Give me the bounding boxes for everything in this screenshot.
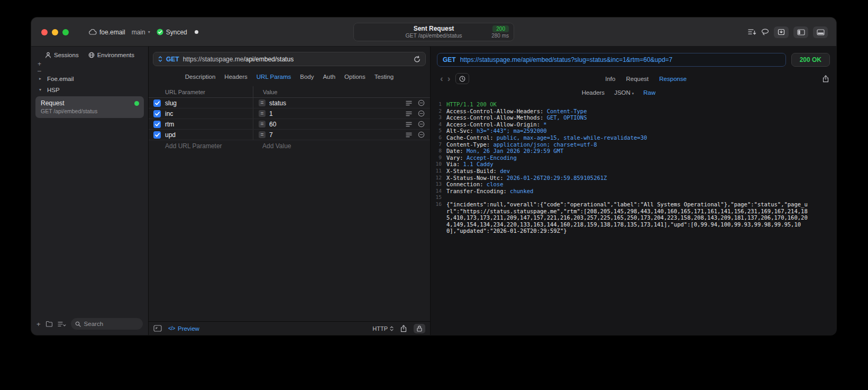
remove-param-icon[interactable] [418, 131, 425, 138]
lasso-icon[interactable] [761, 29, 769, 35]
remove-param-icon[interactable] [418, 110, 425, 117]
sent-request-subtitle: GET /api/embed/status [405, 32, 462, 39]
param-rows: slug=statusinc=1rtm=60upd=7 [149, 98, 430, 140]
response-subtab-headers[interactable]: Headers [582, 89, 605, 96]
response-subtabs: HeadersJSON▾Raw [431, 89, 836, 96]
remove-param-icon[interactable] [418, 99, 425, 106]
expand-editor-icon[interactable] [153, 325, 162, 332]
add-icon[interactable]: + [38, 61, 41, 67]
add-request-icon[interactable]: + [36, 320, 41, 328]
import-icon[interactable] [774, 26, 789, 38]
branch-selector[interactable]: main ▾ [132, 29, 150, 36]
preview-button[interactable]: </> Preview [168, 325, 199, 332]
url-params-table: URL Parameter Value slug=statusinc=1rtm=… [149, 86, 430, 152]
toggle-bottom-panel-icon[interactable] [813, 26, 828, 38]
status-dot [195, 30, 198, 34]
param-row: slug=status [149, 98, 430, 108]
request-tab-auth[interactable]: Auth [323, 74, 335, 80]
tab-sessions-label: Sessions [54, 52, 79, 58]
request-tab-testing[interactable]: Testing [374, 74, 394, 80]
response-subtab-json[interactable]: JSON▾ [614, 89, 634, 96]
request-tab-url-params[interactable]: URL Params [257, 74, 291, 80]
project-menu[interactable]: foe.email [88, 29, 125, 36]
sidebar: Sessions Environments + – ▸ [31, 47, 149, 335]
param-checkbox[interactable] [153, 99, 161, 107]
history-icon[interactable] [455, 73, 469, 84]
toggle-sidebar-icon[interactable] [793, 26, 808, 38]
remove-param-icon[interactable] [418, 121, 425, 128]
request-summary-pill[interactable]: Sent Request GET /api/embed/status 200 2… [353, 23, 514, 41]
request-editor-footer: </> Preview HTTP [149, 321, 430, 335]
param-name[interactable]: rtm [165, 121, 253, 128]
param-checkbox[interactable] [153, 121, 161, 128]
response-tab-response[interactable]: Response [659, 76, 687, 82]
request-tab-body[interactable]: Body [300, 74, 314, 80]
tree-item-request[interactable]: Request GET /api/embed/status [35, 96, 144, 118]
sort-list-icon[interactable] [58, 321, 66, 327]
response-line: 6Cache-Control: public, max-age=15, stal… [431, 134, 836, 141]
sort-icon[interactable] [748, 29, 756, 35]
param-row: rtm=60 [149, 119, 430, 130]
request-tab-headers[interactable]: Headers [224, 74, 247, 80]
request-url-bar[interactable]: GET https://statuspage.me/api/embed/stat… [153, 52, 426, 66]
collapse-all-icon[interactable]: – [38, 68, 41, 74]
sync-label: Synced [166, 29, 187, 36]
request-tab-options[interactable]: Options [344, 74, 366, 80]
sync-status[interactable]: Synced [157, 29, 187, 36]
response-tab-request[interactable]: Request [626, 76, 648, 82]
lock-icon[interactable] [414, 324, 425, 333]
request-item-subtitle: GET /api/embed/status [41, 108, 139, 114]
forward-icon[interactable]: › [445, 74, 453, 84]
response-url[interactable]: GET https://statuspage.me/api/embed/stat… [437, 53, 786, 67]
add-value-field[interactable]: Add Value [253, 142, 291, 150]
method-label[interactable]: GET [166, 56, 179, 63]
cloud-icon [88, 29, 97, 35]
tab-environments-label: Environments [97, 52, 134, 58]
tab-environments[interactable]: Environments [88, 52, 134, 58]
response-subtab-raw[interactable]: Raw [643, 89, 655, 96]
response-tabs: InfoRequestResponse [469, 76, 823, 82]
export-response-icon[interactable] [823, 75, 829, 83]
new-folder-icon[interactable] [45, 321, 53, 327]
param-checkbox[interactable] [153, 110, 161, 117]
param-value[interactable]: status [269, 99, 286, 107]
param-checkbox[interactable] [153, 131, 161, 139]
request-tab-description[interactable]: Description [185, 74, 216, 80]
format-icon[interactable] [406, 111, 412, 116]
protocol-selector[interactable]: HTTP [372, 325, 394, 332]
response-toolbar: ‹ › InfoRequestResponse [431, 73, 836, 84]
response-method: GET [443, 56, 456, 64]
sent-request-title: Sent Request [414, 25, 454, 32]
back-icon[interactable]: ‹ [438, 74, 445, 84]
format-icon[interactable] [406, 122, 412, 127]
method-selector-icon[interactable] [158, 56, 162, 62]
sidebar-tree: ▸ Foe.email ▾ HSP Request GET /api/embed… [31, 73, 148, 119]
param-value[interactable]: 7 [269, 131, 273, 139]
request-url[interactable]: https://statuspage.me/api/embed/status [183, 56, 294, 63]
minimize-window-button[interactable] [52, 29, 58, 35]
protocol-label: HTTP [372, 325, 388, 332]
format-icon[interactable] [406, 101, 412, 106]
add-url-parameter-field[interactable]: Add URL Parameter [149, 142, 253, 150]
tree-item-hsp[interactable]: ▾ HSP [35, 84, 144, 95]
param-value[interactable]: 1 [269, 110, 273, 117]
zoom-window-button[interactable] [62, 29, 69, 35]
param-name[interactable]: inc [165, 110, 253, 117]
chevron-down-icon: ▾ [39, 87, 43, 92]
tab-sessions[interactable]: Sessions [45, 52, 79, 58]
tree-item-foe-email[interactable]: ▸ Foe.email [35, 73, 144, 84]
resend-icon[interactable] [414, 56, 421, 63]
response-viewer: GET https://statuspage.me/api/embed/stat… [431, 47, 836, 335]
response-raw[interactable]: 1HTTP/1.1 200 OK2Access-Control-Allow-He… [431, 101, 836, 335]
globe-icon [88, 52, 95, 58]
param-name[interactable]: upd [165, 131, 253, 139]
close-window-button[interactable] [41, 29, 48, 35]
param-name[interactable]: slug [165, 99, 253, 107]
share-icon[interactable] [400, 325, 407, 332]
format-icon[interactable] [406, 132, 412, 138]
search-input[interactable]: Search [71, 318, 143, 330]
param-table-header: URL Parameter Value [149, 86, 430, 98]
response-tab-info[interactable]: Info [605, 76, 615, 82]
param-value[interactable]: 60 [269, 121, 276, 128]
param-row: upd=7 [149, 130, 430, 140]
